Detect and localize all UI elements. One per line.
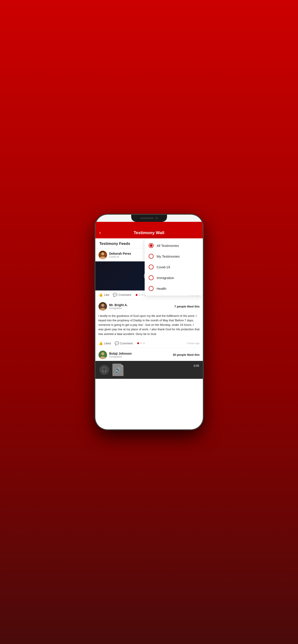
post1-username: Deborah Perez bbox=[109, 252, 131, 255]
post3-username: Bolaji Johnson bbox=[109, 352, 171, 355]
dot-3 bbox=[142, 294, 143, 296]
radio-all[interactable] bbox=[149, 243, 154, 248]
audio-player-bar[interactable]: 🎧 🔊 3:05 bbox=[95, 361, 203, 379]
svg-point-5 bbox=[101, 352, 104, 355]
liked-button[interactable]: 👍 Liked bbox=[99, 341, 111, 346]
post3-avatar-img bbox=[99, 350, 107, 359]
headphone-icon: 🎧 bbox=[101, 367, 107, 373]
post2-dot-1 bbox=[137, 342, 139, 344]
post3-avatar bbox=[99, 350, 107, 359]
post3-likes: 30 people liked this bbox=[173, 353, 200, 356]
post2-actions: 👍 Liked 💬 Comment 3 hours ago bbox=[95, 339, 203, 348]
post3-category: Immigration bbox=[109, 355, 171, 358]
dropdown-label-covid: Covid-19 bbox=[157, 265, 170, 269]
post1-avatar-img bbox=[99, 251, 107, 259]
dropdown-label-all: All Testimonies bbox=[157, 244, 179, 248]
comment-icon: 💬 bbox=[113, 293, 117, 297]
back-button[interactable]: ‹ bbox=[99, 230, 101, 236]
post2-card: Mr. Bright A. Immigration 7 people liked… bbox=[95, 300, 203, 348]
audio-speaker-icon: 🔊 bbox=[115, 367, 121, 372]
dropdown-label-health: Health bbox=[157, 287, 166, 290]
feeds-section: Testimony Feeds bbox=[95, 238, 203, 300]
phone-screen: ‹ Testimony Wall Testimony Feeds bbox=[95, 215, 203, 429]
svg-point-3 bbox=[101, 304, 104, 307]
post1-category: Covid-19 bbox=[109, 255, 131, 258]
post2-header: Mr. Bright A. Immigration 7 people liked… bbox=[95, 300, 203, 312]
dropdown-label-my: My Testimonies bbox=[157, 254, 180, 258]
post3-header: Bolaji Johnson Immigration 30 people lik… bbox=[95, 348, 203, 361]
radio-covid[interactable] bbox=[149, 264, 154, 270]
dot-2 bbox=[139, 294, 140, 296]
audio-headphone-button[interactable]: 🎧 bbox=[99, 365, 109, 375]
svg-point-1 bbox=[101, 252, 104, 255]
post2-avatar bbox=[99, 302, 107, 310]
comment-label: Comment bbox=[118, 293, 131, 296]
like-button[interactable]: 👍 Like bbox=[99, 293, 110, 297]
filter-dropdown[interactable]: All Testimonies My Testimonies Covid-19 bbox=[145, 238, 203, 296]
post2-avatar-img bbox=[99, 302, 107, 310]
like-label: Like bbox=[104, 293, 110, 296]
post1-avatar bbox=[99, 251, 107, 259]
dropdown-item-health[interactable]: Health bbox=[145, 283, 203, 294]
screen-content: ‹ Testimony Wall Testimony Feeds bbox=[95, 215, 203, 429]
dropdown-item-my[interactable]: My Testimonies bbox=[145, 251, 203, 262]
notch-speaker bbox=[140, 218, 154, 219]
liked-label: Liked bbox=[104, 342, 111, 345]
feeds-title: Testimony Feeds bbox=[99, 242, 130, 246]
post2-category: Immigration bbox=[109, 307, 172, 310]
audio-time: 3:05 bbox=[193, 364, 199, 368]
post2-comment-button[interactable]: 💬 Comment bbox=[115, 341, 133, 346]
radio-health[interactable] bbox=[149, 286, 154, 291]
dropdown-label-immigration: Immigration bbox=[157, 276, 174, 280]
post2-user-info: Mr. Bright A. Immigration bbox=[109, 303, 172, 310]
post2-username: Mr. Bright A. bbox=[109, 303, 172, 307]
dropdown-item-all[interactable]: All Testimonies bbox=[145, 240, 203, 251]
dropdown-item-immigration[interactable]: Immigration bbox=[145, 272, 203, 283]
post2-comment-label: Comment bbox=[120, 342, 133, 345]
notch bbox=[131, 215, 167, 222]
page-title: Testimony Wall bbox=[134, 230, 164, 235]
post2-time: 3 hours ago bbox=[186, 342, 199, 344]
liked-icon: 👍 bbox=[99, 341, 103, 346]
app-header: ‹ Testimony Wall bbox=[95, 222, 203, 238]
post2-pagination-dots bbox=[137, 342, 145, 344]
phone-frame: ‹ Testimony Wall Testimony Feeds bbox=[95, 215, 203, 429]
post2-likes: 7 people liked this bbox=[174, 305, 200, 308]
post2-dot-2 bbox=[140, 342, 142, 344]
dropdown-item-covid[interactable]: Covid-19 bbox=[145, 262, 203, 272]
post2-body: I testify to the goodness of God upon my… bbox=[95, 312, 203, 339]
main-content: Testimony Feeds bbox=[95, 238, 203, 429]
post3-user-info: Bolaji Johnson Immigration bbox=[109, 352, 171, 358]
post1-user-info: Deborah Perez Covid-19 bbox=[109, 252, 131, 258]
audio-file-icon: 🔊 bbox=[112, 364, 124, 376]
post2-comment-icon: 💬 bbox=[115, 341, 119, 346]
post2-dot-3 bbox=[143, 342, 145, 344]
dot-1 bbox=[136, 294, 137, 296]
post3-card: Bolaji Johnson Immigration 30 people lik… bbox=[95, 348, 203, 361]
notch-camera bbox=[156, 217, 158, 219]
radio-immigration[interactable] bbox=[149, 275, 154, 280]
comment-button[interactable]: 💬 Comment bbox=[113, 293, 131, 297]
like-icon: 👍 bbox=[99, 293, 103, 297]
radio-my[interactable] bbox=[149, 254, 154, 259]
